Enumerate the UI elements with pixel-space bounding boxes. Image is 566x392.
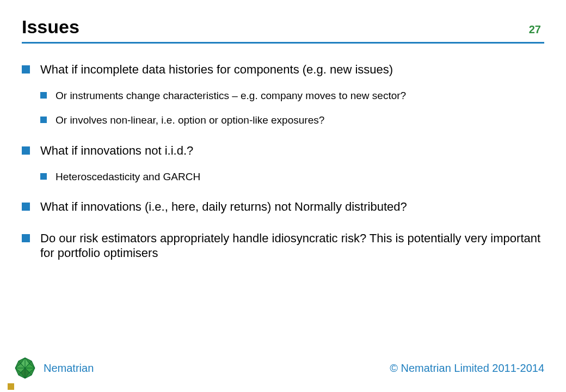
copyright-text: © Nematrian Limited 2011-2014 xyxy=(390,362,544,375)
footer-left: Nematrian xyxy=(13,356,94,380)
bullet-text: Do our risk estimators appropriately han… xyxy=(40,231,540,260)
page-number: 27 xyxy=(529,23,544,36)
bullet-text: Heteroscedasticity and GARCH xyxy=(56,171,200,182)
bullet-text: Or involves non-linear, i.e. option or o… xyxy=(56,114,324,126)
list-item: Or involves non-linear, i.e. option or o… xyxy=(40,114,544,127)
list-item: What if incomplete data histories for co… xyxy=(22,62,544,127)
slide-header: Issues 27 xyxy=(22,16,544,38)
slide-body: What if incomplete data histories for co… xyxy=(22,62,544,261)
bullet-text: What if incomplete data histories for co… xyxy=(40,63,393,76)
list-item: What if innovations not i.i.d.? Heterosc… xyxy=(22,143,544,183)
bullet-text: What if innovations (i.e., here, daily r… xyxy=(40,200,407,213)
bullet-list: What if incomplete data histories for co… xyxy=(22,62,544,261)
slide-title: Issues xyxy=(22,16,79,38)
corner-square-icon xyxy=(8,383,14,390)
list-item: What if innovations (i.e., here, daily r… xyxy=(22,199,544,215)
slide-footer: Nematrian © Nematrian Limited 2011-2014 xyxy=(0,356,566,392)
bullet-sublist: Heteroscedasticity and GARCH xyxy=(40,170,544,183)
bullet-text: Or instruments change characteristics – … xyxy=(56,90,406,101)
header-rule xyxy=(22,42,544,44)
bullet-text: What if innovations not i.i.d.? xyxy=(40,144,193,157)
brand-name: Nematrian xyxy=(44,362,94,375)
brand-logo-icon xyxy=(13,356,37,380)
list-item: Heteroscedasticity and GARCH xyxy=(40,170,544,183)
list-item: Or instruments change characteristics – … xyxy=(40,89,544,102)
slide: Issues 27 What if incomplete data histor… xyxy=(0,0,566,392)
bullet-sublist: Or instruments change characteristics – … xyxy=(40,89,544,127)
list-item: Do our risk estimators appropriately han… xyxy=(22,231,544,261)
